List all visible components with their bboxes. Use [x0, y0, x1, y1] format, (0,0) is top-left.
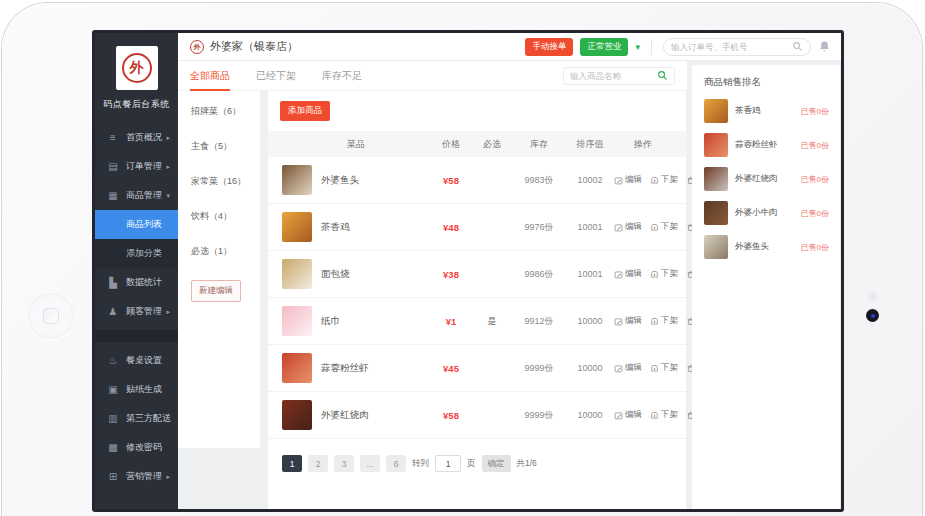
home-button[interactable] — [28, 293, 74, 339]
dish-price: ¥58 — [430, 410, 472, 421]
edit-button[interactable]: 编辑 — [614, 315, 642, 327]
off-shelf-button[interactable]: 下架 — [650, 221, 678, 233]
manual-order-button[interactable]: 手动接单 — [525, 38, 573, 56]
ranking-title: 商品销售排名 — [704, 76, 829, 89]
tab-low-stock[interactable]: 库存不足 — [322, 61, 362, 91]
product-search-box — [563, 67, 675, 85]
edit-icon — [614, 270, 623, 279]
dish-required: 是 — [472, 315, 512, 328]
sold-count: 已售0份 — [801, 208, 829, 219]
product-search-icon[interactable] — [657, 70, 668, 81]
home-button-square — [43, 308, 59, 324]
category-signature-dishes[interactable]: 招牌菜（6） — [191, 105, 260, 118]
sidebar-item-table-settings[interactable]: ♨ 餐桌设置 — [95, 346, 178, 375]
edit-button[interactable]: 编辑 — [614, 174, 642, 186]
off-shelf-button[interactable]: 下架 — [650, 268, 678, 280]
home-icon: ≡ — [106, 132, 120, 143]
dish-stock: 9983份 — [512, 174, 566, 187]
dish-stock: 9999份 — [512, 409, 566, 422]
page-button-3[interactable]: 3 — [334, 455, 354, 472]
sold-count: 已售0份 — [801, 242, 829, 253]
chevron-right-icon: ▸ — [166, 308, 170, 316]
sidebar-item-customer-management[interactable]: ♟ 顾客管理 ▸ — [95, 297, 178, 326]
dish-sort: 10001 — [566, 269, 614, 279]
sidebar-item-add-category[interactable]: 添加分类 — [95, 239, 178, 268]
sidebar-lower-group: ♨ 餐桌设置 ▣ 贴纸生成 ▥ 第三方配送 — [95, 342, 178, 491]
order-search-input[interactable] — [671, 42, 792, 52]
product-search-input[interactable] — [570, 71, 657, 81]
page-button-1[interactable]: 1 — [282, 455, 302, 472]
page-button-2[interactable]: 2 — [308, 455, 328, 472]
col-price: 价格 — [430, 138, 472, 151]
off-shelf-button[interactable]: 下架 — [650, 409, 678, 421]
col-actions: 操作 — [614, 138, 672, 151]
page-button-ellipsis[interactable]: ... — [360, 455, 380, 472]
dish-photo — [282, 259, 312, 289]
dish-photo — [704, 167, 728, 191]
sidebar-separator — [95, 330, 178, 342]
sales-ranking-panel: 商品销售排名 茶香鸡 已售0份 蒜蓉粉丝虾 已售0份 — [692, 65, 840, 509]
edit-icon — [614, 317, 623, 326]
table-settings-icon: ♨ — [106, 355, 120, 366]
sidebar-item-marketing-management[interactable]: ⊞ 营销管理 ▸ — [95, 462, 178, 491]
edit-button[interactable]: 编辑 — [614, 221, 642, 233]
dish-photo — [704, 99, 728, 123]
dish-photo — [282, 212, 312, 242]
page-button-6[interactable]: 6 — [386, 455, 406, 472]
table-header: 菜品 价格 必选 库存 排序值 操作 — [268, 131, 686, 157]
sidebar-item-sticker-generation[interactable]: ▣ 贴纸生成 — [95, 375, 178, 404]
password-icon: ▩ — [106, 442, 120, 453]
off-shelf-icon — [650, 317, 659, 326]
sidebar-item-data-statistics[interactable]: ▙ 数据统计 — [95, 268, 178, 297]
status-chevron-down-icon[interactable]: ▾ — [635, 42, 640, 52]
edit-button[interactable]: 编辑 — [614, 268, 642, 280]
product-table: 菜品 价格 必选 库存 排序值 操作 外 — [268, 131, 686, 439]
dish-photo — [282, 353, 312, 383]
product-table-panel: 添加商品 菜品 价格 必选 库存 排序值 操作 — [268, 91, 686, 509]
sold-count: 已售0份 — [801, 140, 829, 151]
off-shelf-button[interactable]: 下架 — [650, 315, 678, 327]
marketing-icon: ⊞ — [106, 471, 120, 482]
dish-photo — [282, 165, 312, 195]
ranking-item: 茶香鸡 已售0份 — [704, 99, 829, 123]
category-drinks[interactable]: 饮料（4） — [191, 210, 260, 223]
camera — [866, 309, 879, 322]
category-staple-food[interactable]: 主食（5） — [191, 140, 260, 153]
system-name: 码点餐后台系统 — [95, 98, 178, 111]
stats-icon: ▙ — [106, 277, 120, 288]
sidebar-item-third-party-delivery[interactable]: ▥ 第三方配送 — [95, 404, 178, 433]
sidebar-item-home-overview[interactable]: ≡ 首页概况 ▸ — [95, 123, 178, 152]
brand-logo-icon: 外 — [122, 53, 152, 83]
search-icon[interactable] — [792, 41, 803, 52]
goto-confirm-button[interactable]: 确定 — [482, 455, 511, 472]
pagination: 1 2 3 ... 6 转到 页 确定 共1/6 — [268, 439, 686, 472]
off-shelf-button[interactable]: 下架 — [650, 174, 678, 186]
off-shelf-button[interactable]: 下架 — [650, 362, 678, 374]
sidebar-item-change-password[interactable]: ▩ 修改密码 — [95, 433, 178, 462]
sidebar-item-order-management[interactable]: ▤ 订单管理 ▸ — [95, 152, 178, 181]
notification-bell-icon[interactable] — [818, 40, 831, 53]
edit-button[interactable]: 编辑 — [614, 362, 642, 374]
add-product-button[interactable]: 添加商品 — [280, 101, 330, 121]
tab-off-shelf[interactable]: 已经下架 — [256, 61, 296, 91]
sidebar-item-product-management[interactable]: ▦ 商品管理 ▾ — [95, 181, 178, 210]
category-required[interactable]: 必选（1） — [191, 245, 260, 258]
header-divider — [651, 39, 652, 55]
sticker-icon: ▣ — [106, 384, 120, 395]
business-status-button[interactable]: 正常营业 — [580, 38, 628, 56]
new-edit-button[interactable]: 新建编辑 — [191, 280, 241, 302]
edit-icon — [614, 411, 623, 420]
dish-sort: 10000 — [566, 363, 614, 373]
category-home-dishes[interactable]: 家常菜（16） — [191, 175, 260, 188]
table-row: 纸巾 ¥1 是 9912份 10000 编辑 下架 删除 — [268, 298, 686, 345]
sidebar-item-product-list[interactable]: 商品列表 — [95, 210, 178, 239]
edit-button[interactable]: 编辑 — [614, 409, 642, 421]
tab-all-products[interactable]: 全部商品 — [190, 61, 230, 91]
orders-icon: ▤ — [106, 161, 120, 172]
store-logo-icon: 外 — [190, 40, 204, 54]
col-stock: 库存 — [512, 138, 566, 151]
edit-icon — [614, 364, 623, 373]
goto-page-input[interactable] — [435, 455, 461, 472]
dish-price: ¥1 — [430, 316, 472, 327]
chevron-right-icon: ▸ — [166, 473, 170, 481]
